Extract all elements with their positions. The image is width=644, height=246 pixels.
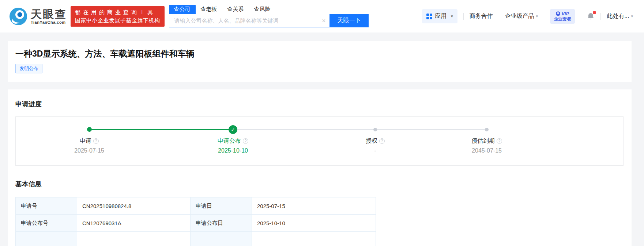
step-date: 2045-07-15: [447, 147, 527, 154]
help-icon[interactable]: ?: [93, 138, 99, 144]
timeline-node-application: [87, 127, 92, 132]
apps-label: 应用: [435, 12, 447, 20]
cell-value: [252, 232, 376, 246]
clear-icon[interactable]: ×: [322, 17, 326, 24]
progress-step-application: 申请 ? 2025-07-15: [49, 137, 129, 154]
search-tabs: 查公司 查老板 查关系 查风险: [169, 5, 369, 14]
application-progress-timeline: ✓ 申请 ? 2025-07-15 申请公布 ? 2025-10-10: [15, 116, 624, 166]
enterprise-products-menu[interactable]: 企业级产品 ▾: [505, 12, 538, 20]
username: 此处有...: [607, 12, 629, 20]
help-icon[interactable]: ?: [243, 138, 248, 144]
tianyancha-eye-icon: [9, 7, 28, 26]
patent-header-card: 一种3D显示系统、方法、车载遮阳板组件和车辆 发明公布: [8, 41, 632, 82]
step-date: 2025-07-15: [49, 147, 129, 154]
notification-bell[interactable]: [587, 12, 595, 20]
slogan-line2: 国家中小企业发展子基金旗下机构: [75, 16, 160, 24]
step-date: 2025-10-10: [193, 147, 273, 154]
cell-label: [16, 232, 77, 246]
step-label: 申请公布: [218, 137, 241, 145]
basic-info-section-title: 基本信息: [15, 180, 624, 188]
table-row: 申请公布号 CN120769031A 申请公布日 2025-10-10: [16, 215, 376, 232]
tab-company[interactable]: 查公司: [169, 5, 196, 14]
nav-right-menu: 应用 ▾ 商务合作 企业级产品 ▾ VIP 企业套餐: [422, 9, 633, 24]
timeline-segment-pending: [375, 129, 487, 130]
top-navbar: 天眼查 TianYanCha.com 都在用的商业查询工具 国家中小企业发展子基…: [0, 0, 644, 32]
brand-slogan-badge: 都在用的商业查询工具 国家中小企业发展子基金旗下机构: [71, 6, 165, 27]
cell-label: 申请公布日: [191, 215, 252, 232]
cell-label: 申请公布号: [16, 215, 77, 232]
chevron-down-icon: ▾: [536, 14, 538, 19]
help-icon[interactable]: ?: [497, 138, 502, 144]
help-icon[interactable]: ?: [379, 138, 385, 144]
business-cooperation-link[interactable]: 商务合作: [470, 12, 493, 20]
user-account-menu[interactable]: 此处有... ▾: [607, 12, 633, 20]
progress-step-grant: 授权 ? -: [335, 137, 415, 154]
timeline-check-icon: ✓: [229, 125, 237, 134]
search-box: ×: [169, 14, 330, 27]
cell-value: CN120769031A: [77, 215, 191, 232]
tab-boss[interactable]: 查老板: [201, 5, 217, 14]
divider: [499, 13, 499, 20]
apps-grid-icon: [426, 14, 432, 19]
timeline-node-grant: [373, 128, 377, 131]
step-label: 申请: [80, 137, 91, 145]
tianyancha-logo[interactable]: 天眼查 TianYanCha.com: [9, 7, 67, 26]
table-row: 申请号 CN202510980824.8 申请日 2025-07-15: [16, 197, 376, 215]
vip-package-label: 企业套餐: [554, 16, 571, 22]
search-button[interactable]: 天眼一下: [330, 14, 369, 27]
timeline-segment-pending: [233, 129, 375, 130]
tab-relation[interactable]: 查关系: [227, 5, 244, 14]
divider: [463, 13, 464, 20]
cell-label: 申请日: [191, 197, 252, 215]
logo-title: 天眼查: [31, 8, 67, 20]
progress-step-expiry: 预估到期 ? 2045-07-15: [447, 137, 527, 154]
divider: [544, 13, 544, 20]
slogan-line1: 都在用的商业查询工具: [75, 8, 160, 16]
basic-info-table: 申请号 CN202510980824.8 申请日 2025-07-15 申请公布…: [15, 197, 376, 246]
patent-title: 一种3D显示系统、方法、车载遮阳板组件和车辆: [15, 48, 624, 59]
search-input[interactable]: [169, 14, 329, 27]
patent-detail-card: 申请进度 ✓ 申请 ? 2025-07-15 申请公布 ?: [8, 89, 632, 246]
cell-value: CN202510980824.8: [77, 197, 191, 215]
search-area: 查公司 查老板 查关系 查风险 × 天眼一下: [169, 5, 369, 27]
tab-risk[interactable]: 查风险: [254, 5, 271, 14]
table-row-partial: [16, 232, 376, 246]
step-date: -: [335, 147, 415, 154]
notification-dot: [593, 11, 596, 14]
progress-step-publication: 申请公布 ? 2025-10-10: [193, 137, 273, 154]
logo-subtitle: TianYanCha.com: [31, 20, 65, 24]
cell-label: 申请号: [16, 197, 77, 215]
chevron-down-icon: ▾: [451, 14, 453, 19]
step-label: 预估到期: [471, 137, 495, 145]
patent-status-badge: 发明公布: [15, 64, 42, 73]
timeline-segment-done: [89, 129, 233, 130]
cell-value: 2025-07-15: [252, 197, 376, 215]
divider: [581, 13, 581, 20]
vip-package-button[interactable]: VIP 企业套餐: [550, 9, 575, 24]
progress-section-title: 申请进度: [15, 100, 624, 108]
vip-shield-icon: [556, 11, 560, 16]
timeline-node-expiry: [485, 128, 489, 131]
divider: [600, 13, 601, 20]
page-content: 一种3D显示系统、方法、车载遮阳板组件和车辆 发明公布 申请进度 ✓ 申请 ? …: [0, 32, 644, 246]
apps-menu[interactable]: 应用 ▾: [422, 9, 457, 23]
step-label: 授权: [366, 137, 377, 145]
cell-label: [191, 232, 252, 246]
vip-label: VIP: [561, 11, 569, 16]
chevron-down-icon: ▾: [631, 14, 633, 19]
cell-value: [77, 232, 191, 246]
cell-value: 2025-10-10: [252, 215, 376, 232]
